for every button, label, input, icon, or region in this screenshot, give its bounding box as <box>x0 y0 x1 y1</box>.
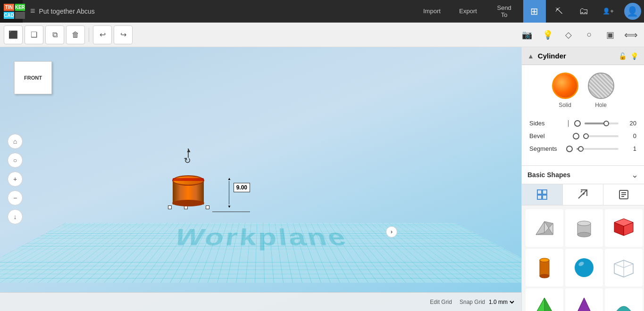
sides-thumb[interactable] <box>603 121 609 126</box>
sphere-blue-item[interactable] <box>565 249 603 286</box>
zoom-out-button[interactable]: − <box>8 190 23 205</box>
sides-param: Sides 20 <box>529 120 636 127</box>
bottom-bar: Edit Grid Snap Grid 1.0 mm 0.5 mm 2.0 mm <box>0 292 521 311</box>
svg-rect-19 <box>540 260 549 276</box>
svg-point-22 <box>575 258 594 277</box>
library-dropdown[interactable]: ⌄ <box>631 170 638 180</box>
bevel-param: Bevel 0 <box>529 132 636 139</box>
add-user-button[interactable]: 👤+ <box>597 0 619 23</box>
build-nav-button[interactable]: ⛏ <box>548 0 570 23</box>
copy-workplane-button[interactable]: ⬛ <box>4 25 23 44</box>
ruler-tab[interactable] <box>563 184 604 205</box>
logo[interactable]: TIN KER CAD <box>0 0 23 23</box>
mirror-button[interactable]: ⟺ <box>621 25 640 44</box>
shape-panel-header: ▲ Cylinder 🔓 💡 <box>522 47 644 65</box>
shapes-grid: TEXT <box>522 205 644 311</box>
bevel-handle[interactable] <box>573 133 579 139</box>
project-name: Put together Abcus <box>39 8 95 15</box>
send-to-button[interactable]: Send To <box>487 0 521 22</box>
toolbar-separator <box>89 28 89 42</box>
topbar-right: Import Export Send To ⊞ ⛏ 🗂 👤+ 👤 <box>415 0 644 23</box>
shape-view-button[interactable]: ◇ <box>559 25 578 44</box>
duplicate-button[interactable]: ⧉ <box>45 25 64 44</box>
redo-button[interactable]: ↪ <box>114 25 133 44</box>
cube-red-item[interactable] <box>605 209 643 247</box>
project-title: ≡ Put together Abcus <box>23 6 102 16</box>
hole-type[interactable]: Hole <box>588 73 614 108</box>
selection-handle-br <box>206 205 209 209</box>
box-shape-item[interactable] <box>526 209 563 247</box>
panel-collapse-arrow[interactable]: › <box>386 226 397 237</box>
segments-thumb[interactable] <box>578 146 584 152</box>
sides-value: 20 <box>622 120 636 127</box>
edit-grid-button[interactable]: Edit Grid <box>430 299 452 305</box>
collapse-button[interactable]: ▲ <box>527 52 534 60</box>
logo-tin: TIN <box>4 4 14 11</box>
svg-rect-0 <box>537 190 542 194</box>
3d-object-container[interactable]: ↻ ▲ ▲ <box>170 174 208 207</box>
bulb-icon[interactable]: 💡 <box>630 52 638 60</box>
toolbar: ⬛ ❑ ⧉ 🗑 ↩ ↪ 📷 💡 ◇ ○ ▣ ⟺ <box>0 23 644 47</box>
snap-grid-select[interactable]: 1.0 mm 0.5 mm 2.0 mm <box>487 298 516 306</box>
sides-slider[interactable] <box>585 123 619 124</box>
notes-tab[interactable] <box>603 184 644 205</box>
home-view-button[interactable]: ⌂ <box>8 134 23 149</box>
dim-horizontal-line <box>212 212 250 212</box>
sides-handle[interactable] <box>574 120 581 127</box>
svg-marker-32 <box>577 298 592 311</box>
import-button[interactable]: Import <box>415 4 449 18</box>
projects-nav-button[interactable]: 🗂 <box>572 0 595 23</box>
segments-param: Segments 1 <box>529 145 636 152</box>
lock-icon[interactable]: 🔓 <box>619 52 627 60</box>
svg-marker-11 <box>536 221 544 235</box>
cone-purple-item[interactable] <box>565 288 603 311</box>
solid-circle <box>552 73 578 99</box>
pyramid-green-item[interactable] <box>526 288 563 311</box>
zoom-in-button[interactable]: + <box>8 172 23 187</box>
orbit-button[interactable]: ○ <box>8 153 23 168</box>
text-shape-item[interactable] <box>605 249 643 286</box>
shape-params: Sides 20 Bevel <box>522 116 644 165</box>
bevel-slider[interactable] <box>583 135 619 137</box>
flip-button[interactable]: ❑ <box>25 25 43 44</box>
front-label: FRONT <box>14 61 52 94</box>
dimension-label: 9.00 <box>234 183 250 192</box>
bevel-value: 0 <box>622 132 636 139</box>
cylinder-bottom-face <box>172 200 204 206</box>
light-button[interactable]: 💡 <box>538 25 557 44</box>
avatar[interactable]: 👤 <box>624 3 641 20</box>
segments-handle[interactable] <box>566 146 573 152</box>
cylinder-shape-item[interactable] <box>565 209 603 247</box>
fit-button[interactable]: ↓ <box>8 209 23 224</box>
grid-view-tab[interactable] <box>522 184 563 205</box>
svg-line-27 <box>614 273 624 277</box>
segments-slider[interactable] <box>577 148 619 150</box>
library-title: Basic Shapes <box>527 171 631 179</box>
cylinder-object[interactable]: ▲ ▼ 9.00 <box>170 174 208 207</box>
shape-types: Solid Hole <box>522 65 644 116</box>
viewport[interactable]: Workplane FRONT ⌂ ○ + − ↓ ↻ ▲ <box>0 47 521 311</box>
ruler-button[interactable]: ○ <box>580 25 599 44</box>
shape-properties-panel: ▲ Cylinder 🔓 💡 Solid Hole Sides <box>522 47 644 166</box>
svg-line-26 <box>624 264 633 268</box>
cylinder-orange-item[interactable] <box>526 249 563 286</box>
svg-marker-31 <box>535 298 544 311</box>
solid-type[interactable]: Solid <box>552 73 578 108</box>
workplane-label: Workplane <box>170 224 351 251</box>
export-button[interactable]: Export <box>451 4 485 18</box>
snap-grid-control: Snap Grid 1.0 mm 0.5 mm 2.0 mm <box>460 298 516 306</box>
grid-view-button[interactable]: ▣ <box>601 25 619 44</box>
topbar: TIN KER CAD ≡ Put together Abcus Import … <box>0 0 644 23</box>
undo-button[interactable]: ↩ <box>93 25 112 44</box>
wedge-teal-item[interactable] <box>605 288 643 311</box>
solid-label: Solid <box>559 102 571 108</box>
camera-view-button[interactable]: 📷 <box>518 25 536 44</box>
snap-grid-label: Snap Grid <box>460 299 485 305</box>
grid-nav-button[interactable]: ⊞ <box>523 0 546 23</box>
delete-button[interactable]: 🗑 <box>66 25 85 44</box>
svg-point-21 <box>540 274 549 278</box>
segments-value: 1 <box>622 145 636 152</box>
segments-label: Segments <box>529 145 562 152</box>
svg-point-20 <box>540 258 549 262</box>
bevel-thumb[interactable] <box>583 133 589 139</box>
